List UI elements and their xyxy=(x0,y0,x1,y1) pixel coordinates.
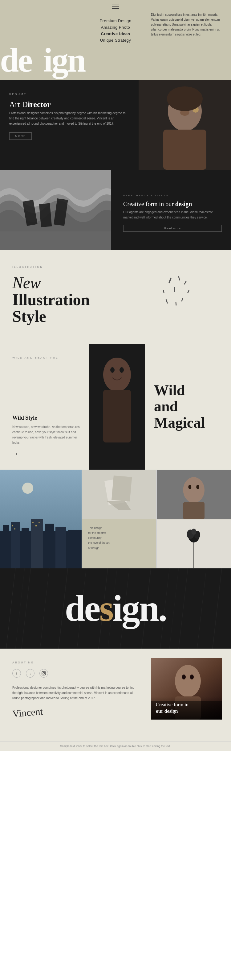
portrait-svg xyxy=(139,80,231,170)
instagram-icon[interactable] xyxy=(40,669,48,678)
grid-small-portrait xyxy=(157,469,231,519)
svg-line-59 xyxy=(22,568,31,649)
about-left-panel: ABOUT ME f t Professional designer combi… xyxy=(0,649,145,741)
wild-magical-title: WildandMagical xyxy=(154,382,222,431)
art-director-section: RESUME Art Director Professional designe… xyxy=(0,80,231,170)
wild-beautiful-label: WILD AND BEAUTIFUL xyxy=(12,356,80,359)
svg-point-28 xyxy=(22,483,33,494)
read-more-button[interactable]: Read more xyxy=(123,225,222,232)
grid-abstract-photo xyxy=(82,469,157,519)
svg-rect-11 xyxy=(39,204,52,228)
nav-item-amazing[interactable]: Amazing Photo xyxy=(100,25,131,30)
svg-rect-18 xyxy=(187,290,190,293)
grid-rose-photo xyxy=(157,519,231,568)
footer-sample: Sample text. Click to select the text bo… xyxy=(0,741,231,751)
svg-point-78 xyxy=(182,675,186,679)
svg-line-58 xyxy=(6,568,16,649)
creative-form-section: APARTMENTS & VILLAS Creative form in our… xyxy=(0,170,231,250)
svg-rect-21 xyxy=(176,302,177,305)
svg-rect-13 xyxy=(168,278,172,283)
wild-left-panel: WILD AND BEAUTIFUL Wild Style New season… xyxy=(0,344,89,469)
creative-form-description: Our agents are engaged and experienced i… xyxy=(123,210,222,220)
svg-line-68 xyxy=(197,568,206,649)
about-portrait-photo: Creative form in our design xyxy=(151,658,222,719)
svg-point-74 xyxy=(43,672,45,674)
svg-point-25 xyxy=(120,367,124,373)
svg-line-72 xyxy=(169,568,179,649)
art-director-photo xyxy=(139,80,231,170)
svg-rect-73 xyxy=(42,671,46,675)
wild-right-panel: WildandMagical xyxy=(145,344,231,469)
svg-rect-15 xyxy=(184,281,187,285)
svg-rect-14 xyxy=(178,276,180,280)
svg-rect-40 xyxy=(35,525,36,527)
svg-rect-26 xyxy=(103,390,131,442)
hero-design-word: design xyxy=(0,43,85,77)
social-icons-group: f t xyxy=(12,669,136,678)
svg-point-8 xyxy=(167,86,203,111)
wave-svg xyxy=(0,170,111,250)
svg-rect-41 xyxy=(38,522,40,523)
about-photo-title: Creative form in our design xyxy=(156,702,217,714)
svg-rect-39 xyxy=(32,522,33,523)
more-button[interactable]: MORE xyxy=(9,132,32,140)
design-dark-word: design. xyxy=(65,590,166,627)
svg-point-23 xyxy=(103,358,131,391)
design-dark-section: design. xyxy=(0,568,231,649)
title-bold: irector xyxy=(28,100,51,109)
wild-style-title: Wild Style xyxy=(12,415,80,421)
wild-portrait-photo xyxy=(89,344,145,469)
wild-style-description: New season, new wardrobe. As the tempera… xyxy=(12,424,80,445)
grid-text-cell: This designfor the creativecommunitythe … xyxy=(82,519,157,568)
svg-line-67 xyxy=(179,568,188,649)
hero-right-panel: Dignissim suspendisse in est ante in nib… xyxy=(145,0,231,80)
apartments-label: APARTMENTS & VILLAS xyxy=(123,194,222,197)
svg-rect-50 xyxy=(183,502,204,519)
art-director-info: RESUME Art Director Professional designe… xyxy=(0,80,139,170)
svg-point-79 xyxy=(190,675,194,679)
scatter-decoration xyxy=(157,275,194,313)
svg-point-75 xyxy=(45,672,45,672)
hero-description: Dignissim suspendisse in est ante in nib… xyxy=(151,12,225,37)
svg-point-56 xyxy=(191,528,196,535)
svg-rect-38 xyxy=(14,528,16,530)
about-section: ABOUT ME f t Professional designer combi… xyxy=(0,649,231,741)
svg-point-77 xyxy=(175,665,201,697)
svg-point-47 xyxy=(183,477,204,503)
about-description: Professional designer combines his photo… xyxy=(12,685,136,701)
creative-form-info: APARTMENTS & VILLAS Creative form in our… xyxy=(111,170,231,250)
footer-sample-text: Sample text. Click to select the text bo… xyxy=(12,745,219,748)
illustration-section: ILLUSTRATION New Illustration Style xyxy=(0,250,231,344)
svg-line-60 xyxy=(40,568,49,649)
about-photo-overlay: Creative form in our design xyxy=(151,697,222,719)
grid-text-content: This designfor the creativecommunitythe … xyxy=(88,527,110,550)
hero-navigation: Premium Design Amazing Photo Creative Id… xyxy=(100,19,131,45)
svg-rect-35 xyxy=(55,527,66,568)
svg-rect-36 xyxy=(68,530,82,568)
svg-rect-37 xyxy=(12,525,13,527)
hero-section: Premium Design Amazing Photo Creative Id… xyxy=(0,0,231,80)
arrow-right-icon[interactable]: → xyxy=(12,450,80,457)
creative-form-photo xyxy=(0,170,111,250)
svg-line-69 xyxy=(212,568,222,649)
signature: Vincent xyxy=(12,706,43,720)
art-director-title: Art Director xyxy=(9,100,129,109)
twitter-icon[interactable]: t xyxy=(26,669,35,678)
facebook-icon[interactable]: f xyxy=(12,669,21,678)
creative-form-title: Creative form in our design xyxy=(123,200,222,208)
svg-rect-19 xyxy=(166,299,168,304)
nav-item-unique[interactable]: Unique Strategy xyxy=(100,38,131,43)
svg-rect-7 xyxy=(163,130,206,170)
illustration-label: ILLUSTRATION xyxy=(12,266,219,269)
svg-rect-16 xyxy=(163,290,165,293)
wild-beautiful-section: WILD AND BEAUTIFUL Wild Style New season… xyxy=(0,344,231,469)
about-right-panel: Creative form in our design xyxy=(145,649,231,741)
svg-rect-20 xyxy=(181,298,183,301)
nav-item-creative[interactable]: Creative Ideas xyxy=(100,32,131,36)
grid-city-photo xyxy=(0,469,82,568)
svg-point-24 xyxy=(110,367,115,373)
about-label: ABOUT ME xyxy=(12,661,136,664)
art-director-description: Professional designer combines his photo… xyxy=(9,110,129,126)
nav-item-premium[interactable]: Premium Design xyxy=(100,19,131,23)
title-prefix: Art D xyxy=(9,100,28,109)
